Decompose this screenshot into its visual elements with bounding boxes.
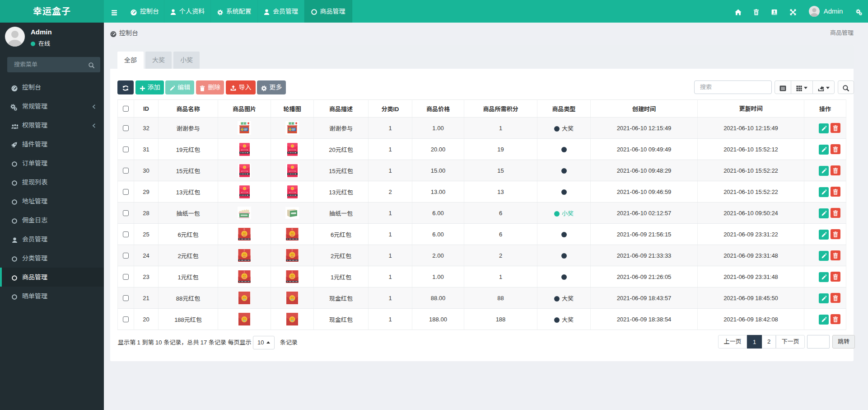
svg-text:谢谢: 谢谢: [241, 122, 247, 125]
svg-text:谢谢: 谢谢: [289, 122, 295, 125]
svg-text:0: 0: [242, 128, 243, 131]
svg-text:0: 0: [289, 128, 291, 131]
